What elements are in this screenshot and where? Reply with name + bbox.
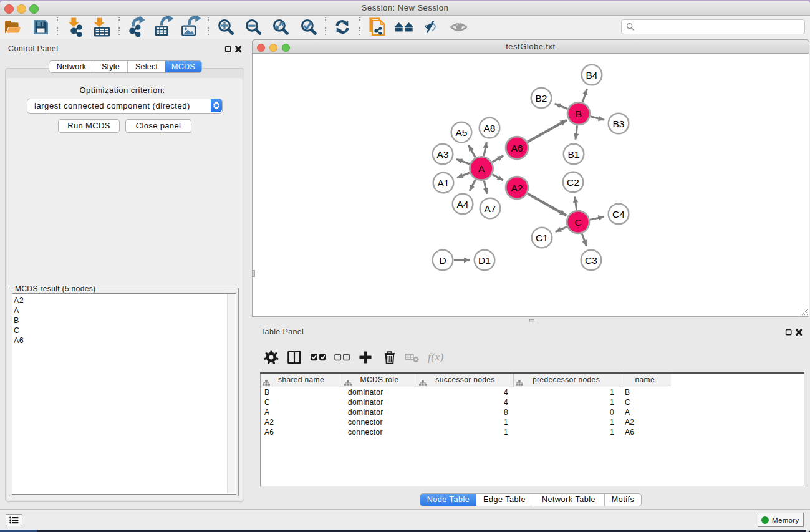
- svg-text:A8: A8: [484, 123, 496, 133]
- svg-text:C3: C3: [585, 255, 597, 266]
- svg-text:A: A: [478, 163, 485, 174]
- svg-text:B4: B4: [586, 70, 598, 80]
- svg-text:B3: B3: [613, 118, 625, 129]
- svg-text:C4: C4: [612, 209, 625, 220]
- svg-text:A2: A2: [511, 183, 523, 193]
- svg-text:A4: A4: [457, 199, 469, 210]
- svg-text:B2: B2: [536, 93, 547, 104]
- svg-text:B1: B1: [568, 149, 580, 160]
- svg-text:A7: A7: [485, 203, 496, 214]
- svg-text:C1: C1: [536, 233, 548, 243]
- svg-text:D: D: [439, 255, 446, 266]
- svg-text:C: C: [574, 217, 581, 228]
- svg-text:A6: A6: [511, 143, 523, 153]
- svg-text:A1: A1: [438, 178, 450, 188]
- svg-text:A3: A3: [437, 149, 449, 160]
- svg-text:B: B: [576, 109, 582, 119]
- svg-text:C2: C2: [567, 177, 579, 188]
- svg-text:D1: D1: [478, 255, 491, 266]
- svg-text:A5: A5: [456, 127, 468, 138]
